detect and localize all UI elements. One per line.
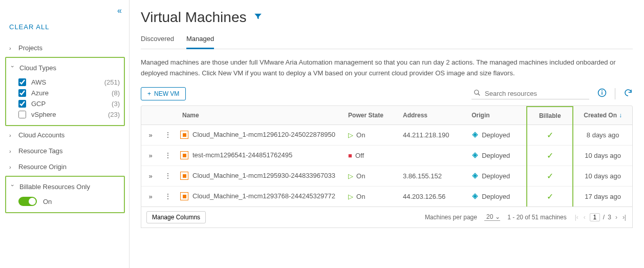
row-menu-button[interactable]: ⋮ xyxy=(160,145,176,166)
row-menu-button[interactable]: ⋮ xyxy=(160,166,176,186)
tab-managed[interactable]: Managed xyxy=(186,31,214,49)
clear-all-button[interactable]: CLEAR ALL xyxy=(9,23,125,31)
button-label: NEW VM xyxy=(154,90,179,97)
checkbox-aws[interactable] xyxy=(18,78,26,86)
search-icon xyxy=(474,89,481,98)
deployed-icon xyxy=(471,172,479,179)
expand-row-button[interactable]: » xyxy=(141,166,160,186)
cell-address xyxy=(399,145,467,166)
cell-name: Cloud_Machine_1-mcm1296120-245022878950 xyxy=(176,125,344,145)
divider xyxy=(615,88,615,99)
checkbox-vsphere[interactable] xyxy=(18,111,26,118)
filter-projects[interactable]: › Projects xyxy=(5,41,125,55)
row-menu-button[interactable]: ⋮ xyxy=(160,125,176,145)
svg-rect-10 xyxy=(474,175,477,177)
last-page-button[interactable]: ›| xyxy=(621,214,627,221)
col-address[interactable]: Address xyxy=(399,107,467,125)
checkmark-icon: ✓ xyxy=(531,151,568,160)
cell-origin: Deployed xyxy=(467,125,527,145)
machine-name: Cloud_Machine_1-mcm1295930-244833967033 xyxy=(192,172,335,180)
cell-created-on: 10 days ago xyxy=(573,166,632,186)
filter-sidebar: « CLEAR ALL › Projects › Cloud Types AWS xyxy=(0,0,130,268)
page-input[interactable] xyxy=(590,213,600,221)
cell-power-state: On xyxy=(344,186,399,207)
filter-resource-tags[interactable]: › Resource Tags xyxy=(5,144,125,158)
collapse-sidebar-icon[interactable]: « xyxy=(114,5,125,16)
col-created-on[interactable]: Created On↓ xyxy=(573,107,632,125)
billable-toggle[interactable] xyxy=(18,197,37,206)
machines-table: Name Power State Address Origin Billable… xyxy=(141,106,632,207)
col-power-state[interactable]: Power State xyxy=(344,107,399,125)
machine-name: Cloud_Machine_1-mcm1293768-244245329772 xyxy=(192,192,335,201)
description-text: Managed machines are those under full VM… xyxy=(141,57,633,79)
filter-billable-only[interactable]: › Billable Resources Only xyxy=(6,180,124,194)
option-label: GCP xyxy=(31,100,46,108)
svg-rect-8 xyxy=(474,154,477,157)
col-name[interactable]: Name xyxy=(160,107,344,125)
option-label: vSphere xyxy=(31,111,56,118)
refresh-icon[interactable] xyxy=(624,88,633,99)
cell-created-on: 8 days ago xyxy=(573,125,632,145)
tab-discovered[interactable]: Discovered xyxy=(141,31,174,49)
option-label: AWS xyxy=(31,78,46,86)
option-label: Azure xyxy=(31,89,49,97)
filter-icon[interactable] xyxy=(253,12,263,24)
checkbox-gcp[interactable] xyxy=(18,100,26,108)
filter-cloud-types[interactable]: › Cloud Types xyxy=(6,61,124,75)
expand-row-button[interactable]: » xyxy=(141,186,160,207)
checkmark-icon: ✓ xyxy=(531,171,568,181)
page-separator: / xyxy=(603,214,605,221)
filter-option-vsphere[interactable]: vSphere (23) xyxy=(15,109,124,120)
deployed-icon xyxy=(471,152,479,159)
toggle-label: On xyxy=(43,198,52,205)
chevron-right-icon: › xyxy=(9,45,14,51)
machine-name: test-mcm1296541-244851762495 xyxy=(192,151,292,160)
chevron-down-icon: ⌄ xyxy=(495,213,500,220)
cell-power-state: Off xyxy=(344,145,399,166)
chevron-down-icon: › xyxy=(10,66,16,71)
filter-option-azure[interactable]: Azure (8) xyxy=(15,88,124,98)
cell-power-state: On xyxy=(344,125,399,145)
per-page-select[interactable]: 20 ⌄ xyxy=(484,213,500,221)
deployed-icon xyxy=(471,193,479,200)
cell-name: Cloud_Machine_1-mcm1295930-244833967033 xyxy=(176,166,344,186)
filter-option-gcp[interactable]: GCP (3) xyxy=(15,98,124,109)
search-input[interactable] xyxy=(485,90,587,97)
play-icon xyxy=(348,131,356,139)
cell-billable: ✓ xyxy=(527,186,573,207)
expand-row-button[interactable]: » xyxy=(141,125,160,145)
filter-resource-origin[interactable]: › Resource Origin xyxy=(5,160,125,174)
cell-power-state: On xyxy=(344,166,399,186)
col-billable[interactable]: Billable xyxy=(527,107,573,125)
expand-row-button[interactable]: » xyxy=(141,145,160,166)
option-count: (23) xyxy=(108,111,120,118)
cell-address: 44.211.218.190 xyxy=(399,125,467,145)
vm-icon xyxy=(180,151,188,159)
cell-created-on: 17 days ago xyxy=(573,186,632,207)
col-origin[interactable]: Origin xyxy=(467,107,527,125)
cell-origin: Deployed xyxy=(467,145,527,166)
cell-billable: ✓ xyxy=(527,125,573,145)
row-menu-button[interactable]: ⋮ xyxy=(160,186,176,207)
plus-icon: + xyxy=(147,90,151,97)
info-icon[interactable] xyxy=(597,88,607,99)
next-page-button[interactable]: › xyxy=(614,214,618,221)
filter-label: Resource Origin xyxy=(18,163,67,171)
checkbox-azure[interactable] xyxy=(18,89,26,97)
table-footer: Manage Columns Machines per page 20 ⌄ 1 … xyxy=(141,207,633,228)
new-vm-button[interactable]: + NEW VM xyxy=(141,87,186,100)
filter-option-aws[interactable]: AWS (251) xyxy=(15,77,124,88)
main-content: Virtual Machines Discovered Managed Mana… xyxy=(130,0,644,268)
filter-cloud-accounts[interactable]: › Cloud Accounts xyxy=(5,128,125,142)
cell-name: test-mcm1296541-244851762495 xyxy=(176,145,344,166)
cell-origin: Deployed xyxy=(467,166,527,186)
sort-descending-icon: ↓ xyxy=(619,112,622,119)
prev-page-button[interactable]: ‹ xyxy=(583,214,587,221)
first-page-button[interactable]: |‹ xyxy=(574,214,579,221)
chevron-right-icon: › xyxy=(9,164,14,170)
checkmark-icon: ✓ xyxy=(531,192,568,201)
cell-billable: ✓ xyxy=(527,166,573,186)
vm-icon xyxy=(180,172,188,180)
svg-point-4 xyxy=(602,90,603,91)
manage-columns-button[interactable]: Manage Columns xyxy=(146,211,206,223)
